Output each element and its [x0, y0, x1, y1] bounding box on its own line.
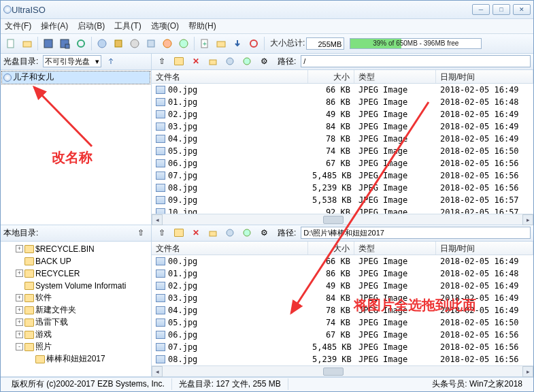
virtual-button[interactable] [160, 36, 175, 51]
file-row[interactable]: 03.jpg84 KBJPEG Image2018-02-05 16:49 [152, 120, 533, 133]
gear-icon[interactable]: ⚙ [256, 225, 271, 240]
expander-icon[interactable]: - [16, 343, 23, 350]
list-up-button[interactable]: ⇧ [154, 225, 169, 240]
tree-up-button[interactable] [103, 54, 118, 69]
close-button[interactable]: ✕ [513, 4, 531, 15]
file-row[interactable]: 01.jpg86 KBJPEG Image2018-02-05 16:48 [152, 267, 533, 280]
file-row[interactable]: 10.jpg92 KBJPEG Image2018-02-05 16:57 [152, 206, 533, 214]
file-row[interactable]: 07.jpg5,485 KBJPEG Image2018-02-05 16:56 [152, 169, 533, 182]
menu-tools[interactable]: 工具(T) [114, 20, 141, 32]
props-button[interactable] [222, 225, 237, 240]
local-tree[interactable]: +$RECYCLE.BINBACK UP+RECYCLERSystem Volu… [1, 242, 151, 376]
mount-button[interactable] [95, 36, 110, 51]
tree-item[interactable]: +迅雷下载 [2, 316, 150, 329]
expander-icon[interactable]: + [16, 270, 23, 277]
expander-icon[interactable]: + [16, 245, 23, 252]
titlebar[interactable]: UltraISO ─ □ ✕ [1, 1, 533, 19]
menu-help[interactable]: 帮助(H) [188, 20, 216, 32]
expander-icon[interactable]: + [16, 318, 23, 326]
col-date[interactable]: 日期/时间 [436, 70, 533, 83]
tree-item[interactable]: +$RECYCLE.BIN [2, 243, 150, 255]
file-row[interactable]: 01.jpg86 KBJPEG Image2018-02-05 16:48 [152, 96, 533, 108]
capacity-bar[interactable]: 39% of 650MB - 396MB free [350, 38, 482, 49]
file-row[interactable]: 08.jpg5,239 KBJPEG Image2018-02-05 16:56 [152, 353, 533, 365]
list-up-button[interactable]: ⇧ [154, 54, 169, 69]
tree-item[interactable]: 棒棒和妞妞2017 [2, 353, 150, 365]
file-row[interactable]: 09.jpg5,538 KBJPEG Image2018-02-05 16:57 [152, 194, 533, 206]
add-folder-button[interactable] [214, 36, 229, 51]
props-button[interactable] [222, 54, 237, 69]
menu-options[interactable]: 选项(O) [151, 20, 179, 32]
file-row[interactable]: 00.jpg66 KBJPEG Image2018-02-05 16:49 [152, 84, 533, 96]
file-row[interactable]: 02.jpg49 KBJPEG Image2018-02-05 16:49 [152, 108, 533, 120]
refresh-button[interactable] [73, 36, 88, 51]
tree-item[interactable]: System Volume Informati [2, 280, 150, 292]
checksum-button[interactable] [144, 36, 158, 51]
boot-type-select[interactable]: 不可引导光盘▾ [43, 55, 101, 67]
tree-item[interactable]: +RECYCLER [2, 267, 150, 280]
file-row[interactable]: 04.jpg78 KBJPEG Image2018-02-05 16:49 [152, 133, 533, 145]
iso-root-item[interactable]: 儿子和女儿 [2, 71, 150, 84]
burn-button[interactable] [127, 36, 142, 51]
new-button[interactable] [3, 36, 18, 51]
local-path[interactable]: D:\照片\棒棒和妞妞2017 [301, 227, 531, 239]
expander-icon[interactable]: + [16, 294, 23, 301]
tree-item[interactable]: +新建文件夹 [2, 304, 150, 316]
maximize-button[interactable]: □ [493, 4, 510, 15]
new-folder-button[interactable] [171, 225, 186, 240]
chevron-down-icon: ▾ [95, 57, 99, 66]
extract-button[interactable] [205, 225, 220, 240]
col-type[interactable]: 类型 [354, 242, 436, 255]
tree-item[interactable]: -照片 [2, 341, 150, 353]
file-row[interactable]: 00.jpg66 KBJPEG Image2018-02-05 16:49 [152, 255, 533, 267]
add-files-button[interactable]: + [197, 36, 212, 51]
open-button[interactable] [20, 36, 35, 51]
convert-button[interactable] [176, 36, 191, 51]
save-button[interactable] [41, 36, 56, 51]
iso-list-header[interactable]: 文件名 大小 类型 日期/时间 [152, 70, 533, 84]
col-date[interactable]: 日期/时间 [436, 242, 533, 255]
iso-tree[interactable]: 儿子和女儿 [1, 70, 151, 225]
expander-icon[interactable]: + [16, 331, 23, 338]
file-row[interactable]: 03.jpg84 KBJPEG Image2018-02-05 16:49 [152, 292, 533, 304]
local-file-list[interactable]: 00.jpg66 KBJPEG Image2018-02-05 16:4901.… [152, 255, 533, 365]
delete-button[interactable]: ✕ [188, 225, 203, 240]
new-folder-button[interactable] [171, 54, 186, 69]
file-row[interactable]: 06.jpg67 KBJPEG Image2018-02-05 16:56 [152, 157, 533, 169]
iso-file-list[interactable]: 00.jpg66 KBJPEG Image2018-02-05 16:4901.… [152, 84, 533, 214]
local-hscroll[interactable]: ◂▸ [152, 365, 533, 376]
local-list-header[interactable]: 文件名 大小 类型 日期/时间 [152, 242, 533, 255]
col-name[interactable]: 文件名 [152, 70, 308, 83]
iso-hscroll[interactable]: ◂▸ [152, 214, 533, 225]
col-name[interactable]: 文件名 [152, 242, 308, 255]
file-row[interactable]: 05.jpg74 KBJPEG Image2018-02-05 16:50 [152, 316, 533, 329]
settings-button[interactable] [239, 225, 254, 240]
iso-path[interactable]: / [301, 55, 531, 67]
tree-item[interactable]: BACK UP [2, 255, 150, 267]
boot-button[interactable] [246, 36, 261, 51]
compress-button[interactable] [111, 36, 126, 51]
tree-item[interactable]: +软件 [2, 292, 150, 304]
extract-button[interactable] [205, 54, 220, 69]
file-row[interactable]: 06.jpg67 KBJPEG Image2018-02-05 16:56 [152, 329, 533, 341]
minimize-button[interactable]: ─ [472, 4, 490, 15]
col-size[interactable]: 大小 [308, 70, 354, 83]
local-up-button[interactable]: ⇧ [133, 225, 148, 240]
settings-button[interactable] [239, 54, 254, 69]
tree-item[interactable]: +游戏 [2, 329, 150, 341]
file-row[interactable]: 04.jpg78 KBJPEG Image2018-02-05 16:49 [152, 304, 533, 316]
gear-icon[interactable]: ⚙ [256, 54, 271, 69]
file-row[interactable]: 05.jpg74 KBJPEG Image2018-02-05 16:50 [152, 145, 533, 157]
col-type[interactable]: 类型 [354, 70, 436, 83]
col-size[interactable]: 大小 [308, 242, 354, 255]
extract-button[interactable] [230, 36, 245, 51]
file-row[interactable]: 08.jpg5,239 KBJPEG Image2018-02-05 16:56 [152, 182, 533, 194]
menu-file[interactable]: 文件(F) [5, 20, 31, 32]
menu-boot[interactable]: 启动(B) [78, 20, 105, 32]
expander-icon[interactable]: + [16, 306, 23, 314]
delete-button[interactable]: ✕ [188, 54, 203, 69]
file-row[interactable]: 07.jpg5,485 KBJPEG Image2018-02-05 16:56 [152, 341, 533, 353]
menu-ops[interactable]: 操作(A) [41, 20, 68, 32]
file-row[interactable]: 02.jpg49 KBJPEG Image2018-02-05 16:49 [152, 280, 533, 292]
saveas-button[interactable] [57, 36, 72, 51]
